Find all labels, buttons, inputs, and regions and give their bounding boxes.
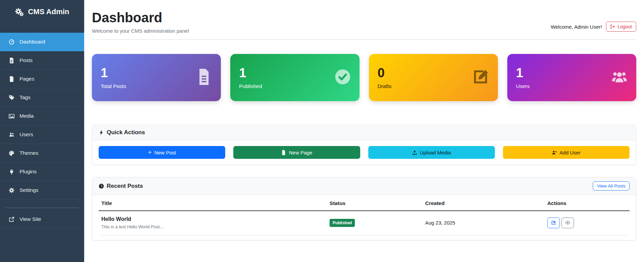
pencil-square-icon [551,220,556,225]
column-header-status: Status [327,196,422,211]
page-title: Dashboard [92,9,189,26]
file-icon [281,150,286,155]
plus-icon: + [148,149,151,155]
post-title: Hello World [101,216,324,222]
gears-icon [15,7,25,18]
sidebar-item-plugins[interactable]: Plugins [0,163,84,181]
new-page-button[interactable]: New Page [233,146,360,159]
sidebar-item-label: Pages [20,76,34,82]
logout-button[interactable]: Logout [606,22,636,32]
stat-value: 1 [101,66,126,81]
stat-label: Total Posts [101,83,126,89]
file-text-icon [8,57,14,63]
sidebar-item-label: Plugins [20,169,37,175]
view-all-posts-button[interactable]: View All Posts [593,181,630,191]
sidebar-item-label: Media [20,113,34,119]
quick-actions-panel: Quick Actions + New Post New Page Upload… [92,125,636,165]
sidebar-item-themes[interactable]: Themes [0,144,84,163]
sidebar-item-label: Tags [20,94,31,100]
recent-posts-body: Title Status Created Actions Hello World… [92,195,636,240]
stat-card-users: 1 Users [507,54,636,101]
new-post-button[interactable]: + New Post [99,146,225,159]
stat-value: 0 [378,66,392,81]
sidebar-item-users[interactable]: Users [0,125,84,144]
edit-post-button[interactable] [547,217,560,228]
sidebar-item-label: Themes [20,150,38,156]
sidebar-item-label: Users [20,132,33,138]
quick-actions-header: Quick Actions [92,125,636,140]
welcome-text: Welcome, Admin User! [551,24,602,30]
sidebar: CMS Admin Dashboard Posts Pages Tags Med… [0,0,84,262]
quick-actions-body: + New Post New Page Upload Media Add Use… [92,140,636,165]
recent-posts-table: Title Status Created Actions Hello World… [99,196,630,235]
external-link-icon [8,216,14,222]
panel-title: Recent Posts [107,183,143,190]
recent-posts-header: Recent Posts View All Posts [92,177,636,195]
recent-posts-panel: Recent Posts View All Posts Title Status… [92,177,636,240]
sidebar-item-label: View Site [20,216,41,222]
sidebar-item-label: Dashboard [20,39,45,45]
sidebar-divider [5,208,79,208]
sidebar-item-media[interactable]: Media [0,107,84,125]
stat-card-total-posts: 1 Total Posts [92,54,221,101]
stat-value: 1 [516,66,530,81]
status-badge: Published [330,219,355,227]
check-circle-icon [335,69,351,86]
people-icon [611,69,628,86]
sidebar-item-dashboard[interactable]: Dashboard [0,33,84,51]
file-icon [8,76,14,82]
panel-title: Quick Actions [107,129,145,136]
sidebar-item-posts[interactable]: Posts [0,51,84,70]
sidebar-item-label: Settings [20,187,38,193]
stat-label: Drafts [378,83,392,89]
lightning-icon [99,130,104,135]
column-header-created: Created [422,196,545,211]
stat-card-drafts: 0 Drafts [369,54,498,101]
palette-icon [8,150,14,156]
tags-icon [8,94,14,100]
speedometer-icon [8,39,14,45]
table-row: Hello World This is a test Hello World P… [99,211,630,235]
brand-title: CMS Admin [28,7,69,16]
page-subtitle: Welcome to your CMS administration panel [92,28,189,34]
sidebar-item-settings[interactable]: Settings [0,181,84,200]
stats-row: 1 Total Posts 1 Published 0 Drafts 1 Use… [92,54,636,101]
add-user-button[interactable]: Add User [503,146,630,159]
stat-value: 1 [239,66,262,81]
image-icon [8,113,14,119]
app-brand: CMS Admin [0,0,84,33]
clock-icon [99,183,104,189]
eye-icon [565,220,570,225]
stat-label: Published [239,83,262,89]
view-post-button[interactable] [562,217,574,228]
upload-icon [412,150,417,155]
person-plus-icon [552,150,557,155]
gear-icon [8,187,14,193]
stat-card-published: 1 Published [230,54,359,101]
sidebar-item-tags[interactable]: Tags [0,88,84,107]
column-header-actions: Actions [545,196,630,211]
sidebar-item-label: Posts [20,57,33,63]
main-content: Dashboard Welcome to your CMS administra… [84,0,644,262]
upload-media-button[interactable]: Upload Media [368,146,495,159]
page-header: Dashboard Welcome to your CMS administra… [92,9,636,34]
plug-icon [8,169,14,175]
header-divider [92,39,636,40]
stat-label: Users [516,83,530,89]
sidebar-item-view-site[interactable]: View Site [0,210,84,229]
created-date: Aug 23, 2025 [422,211,545,235]
file-text-icon [196,69,212,86]
people-icon [8,132,14,138]
pencil-square-icon [473,69,489,86]
logout-icon [610,24,615,29]
post-excerpt: This is a test Hello World Post.... [101,224,324,229]
column-header-title: Title [99,196,327,211]
sidebar-item-pages[interactable]: Pages [0,70,84,88]
